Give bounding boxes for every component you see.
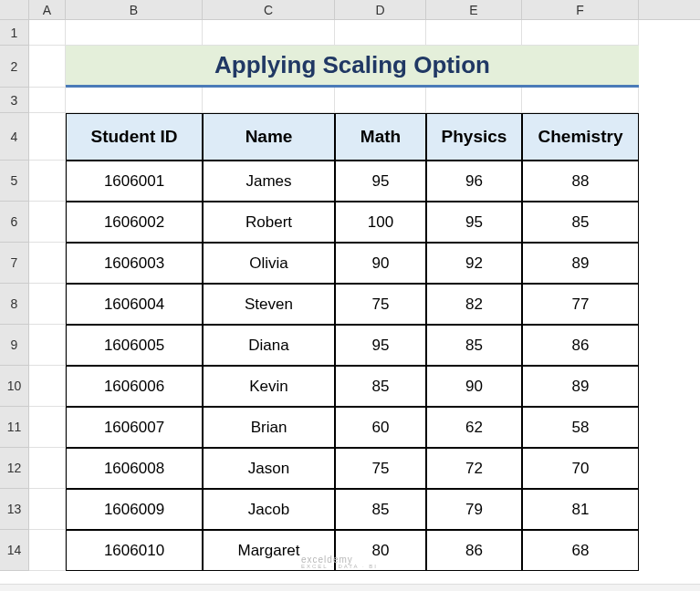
th-name[interactable]: Name: [203, 113, 335, 161]
th-student-id[interactable]: Student ID: [66, 113, 203, 161]
cell-E1[interactable]: [426, 20, 522, 46]
th-physics[interactable]: Physics: [426, 113, 522, 161]
cell-chemistry[interactable]: 81: [522, 489, 639, 530]
row-header-7[interactable]: 7: [0, 243, 29, 284]
cell-A5[interactable]: [29, 161, 66, 202]
cell-math[interactable]: 75: [335, 284, 426, 325]
cell-B3[interactable]: [66, 88, 203, 113]
row-header-5[interactable]: 5: [0, 161, 29, 202]
cell-student-id[interactable]: 1606008: [66, 448, 203, 489]
cell-name[interactable]: Diana: [203, 325, 335, 366]
cell-A1[interactable]: [29, 20, 66, 46]
cell-chemistry[interactable]: 58: [522, 407, 639, 448]
col-header-D[interactable]: D: [335, 0, 426, 19]
row-header-2[interactable]: 2: [0, 46, 29, 88]
cell-physics[interactable]: 79: [426, 489, 522, 530]
cell-A3[interactable]: [29, 88, 66, 113]
cell-A4[interactable]: [29, 113, 66, 161]
cell-student-id[interactable]: 1606001: [66, 161, 203, 202]
cell-name[interactable]: Kevin: [203, 366, 335, 407]
cell-A7[interactable]: [29, 243, 66, 284]
cell-C3[interactable]: [203, 88, 335, 113]
cell-A11[interactable]: [29, 407, 66, 448]
row-header-1[interactable]: 1: [0, 20, 29, 46]
cell-math[interactable]: 95: [335, 161, 426, 202]
cell-physics[interactable]: 62: [426, 407, 522, 448]
cell-name[interactable]: Jacob: [203, 489, 335, 530]
cell-physics[interactable]: 92: [426, 243, 522, 284]
cell-physics[interactable]: 86: [426, 530, 522, 571]
row-header-6[interactable]: 6: [0, 202, 29, 243]
cell-A10[interactable]: [29, 366, 66, 407]
th-chemistry[interactable]: Chemistry: [522, 113, 639, 161]
select-all-corner[interactable]: [0, 0, 29, 19]
cell-student-id[interactable]: 1606004: [66, 284, 203, 325]
cell-F3[interactable]: [522, 88, 639, 113]
cell-A6[interactable]: [29, 202, 66, 243]
cell-physics[interactable]: 95: [426, 202, 522, 243]
cell-A13[interactable]: [29, 489, 66, 530]
col-header-C[interactable]: C: [203, 0, 335, 19]
row-header-11[interactable]: 11: [0, 407, 29, 448]
cell-math[interactable]: 90: [335, 243, 426, 284]
col-header-E[interactable]: E: [426, 0, 522, 19]
cell-chemistry[interactable]: 77: [522, 284, 639, 325]
th-math[interactable]: Math: [335, 113, 426, 161]
cell-name[interactable]: Steven: [203, 284, 335, 325]
cell-physics[interactable]: 85: [426, 325, 522, 366]
cell-chemistry[interactable]: 89: [522, 243, 639, 284]
cell-name[interactable]: Olivia: [203, 243, 335, 284]
cell-chemistry[interactable]: 68: [522, 530, 639, 571]
row-header-10[interactable]: 10: [0, 366, 29, 407]
cell-student-id[interactable]: 1606002: [66, 202, 203, 243]
cell-C1[interactable]: [203, 20, 335, 46]
row-header-3[interactable]: 3: [0, 88, 29, 113]
cell-student-id[interactable]: 1606005: [66, 325, 203, 366]
row-header-8[interactable]: 8: [0, 284, 29, 325]
cell-A8[interactable]: [29, 284, 66, 325]
cell-A2[interactable]: [29, 46, 66, 88]
cell-math[interactable]: 60: [335, 407, 426, 448]
cell-physics[interactable]: 96: [426, 161, 522, 202]
cell-chemistry[interactable]: 89: [522, 366, 639, 407]
cell-physics[interactable]: 82: [426, 284, 522, 325]
cell-chemistry[interactable]: 88: [522, 161, 639, 202]
row-header-13[interactable]: 13: [0, 489, 29, 530]
cell-A14[interactable]: [29, 530, 66, 571]
cell-F1[interactable]: [522, 20, 639, 46]
cell-chemistry[interactable]: 70: [522, 448, 639, 489]
cell-math[interactable]: 75: [335, 448, 426, 489]
row-header-4[interactable]: 4: [0, 113, 29, 161]
cell-physics[interactable]: 90: [426, 366, 522, 407]
cell-name[interactable]: James: [203, 161, 335, 202]
cell-A9[interactable]: [29, 325, 66, 366]
cell-math[interactable]: 95: [335, 325, 426, 366]
cell-student-id[interactable]: 1606010: [66, 530, 203, 571]
row-header-12[interactable]: 12: [0, 448, 29, 489]
row-header-9[interactable]: 9: [0, 325, 29, 366]
col-header-A[interactable]: A: [29, 0, 66, 19]
cell-math[interactable]: 85: [335, 366, 426, 407]
cell-student-id[interactable]: 1606006: [66, 366, 203, 407]
cell-student-id[interactable]: 1606007: [66, 407, 203, 448]
cell-name[interactable]: Brian: [203, 407, 335, 448]
cell-E3[interactable]: [426, 88, 522, 113]
cell-B1[interactable]: [66, 20, 203, 46]
cell-math[interactable]: 80: [335, 530, 426, 571]
cell-D1[interactable]: [335, 20, 426, 46]
row-header-14[interactable]: 14: [0, 530, 29, 571]
cell-chemistry[interactable]: 85: [522, 202, 639, 243]
col-header-F[interactable]: F: [522, 0, 639, 19]
cell-D3[interactable]: [335, 88, 426, 113]
cell-student-id[interactable]: 1606009: [66, 489, 203, 530]
cell-name[interactable]: Robert: [203, 202, 335, 243]
cell-chemistry[interactable]: 86: [522, 325, 639, 366]
cell-math[interactable]: 85: [335, 489, 426, 530]
cell-math[interactable]: 100: [335, 202, 426, 243]
cell-physics[interactable]: 72: [426, 448, 522, 489]
cell-name[interactable]: Margaret: [203, 530, 335, 571]
title-cell[interactable]: Applying Scaling Option: [66, 46, 639, 88]
cell-name[interactable]: Jason: [203, 448, 335, 489]
cell-A12[interactable]: [29, 448, 66, 489]
cell-student-id[interactable]: 1606003: [66, 243, 203, 284]
